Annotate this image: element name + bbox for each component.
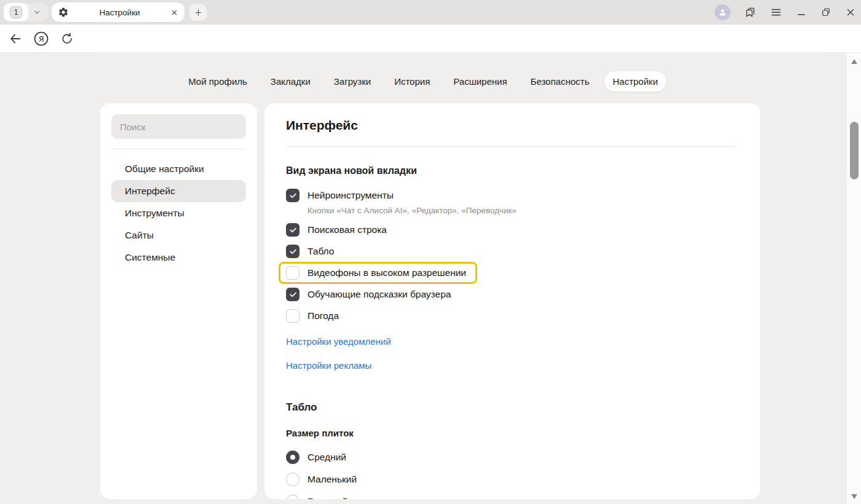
nav-tab-downloads[interactable]: Загрузки	[326, 71, 379, 92]
checkbox-checked-icon[interactable]	[286, 288, 300, 301]
checkbox-row-weather[interactable]: Погода	[286, 309, 736, 323]
radio-row-large[interactable]: Большой	[286, 495, 736, 499]
nav-tab-profile[interactable]: Мой профиль	[180, 71, 255, 92]
browser-tab-settings[interactable]: Настройки	[52, 2, 184, 22]
gear-icon	[58, 7, 69, 18]
new-tab-button[interactable]	[189, 4, 207, 21]
radio-label: Маленький	[308, 474, 357, 485]
checkbox-label: Нейроинструменты	[308, 190, 394, 201]
checkbox-label: Табло	[308, 246, 334, 257]
settings-main-panel: Интерфейс Вид экрана новой вкладки Нейро…	[264, 103, 760, 499]
yandex-logo-icon[interactable]: Я	[33, 31, 49, 47]
title-divider	[286, 146, 736, 147]
checkbox-checked-icon[interactable]	[286, 245, 300, 258]
tab-close-icon[interactable]	[170, 9, 178, 17]
radio-unselected-icon[interactable]	[286, 473, 300, 486]
checkbox-row-tableau[interactable]: Табло	[286, 245, 736, 258]
radio-list: Средний Маленький Большой	[286, 451, 736, 499]
radio-label: Средний	[308, 452, 346, 463]
sidebar-list: Общие настройки Интерфейс Инструменты Са…	[100, 158, 257, 269]
reload-icon[interactable]	[60, 32, 74, 45]
nav-tab-extensions[interactable]: Расширения	[445, 71, 515, 92]
sidebar-divider	[111, 149, 246, 149]
tab-counter-group: 1	[4, 3, 48, 22]
close-window-icon[interactable]	[845, 7, 856, 18]
tab-count: 1	[10, 6, 22, 18]
scroll-down-icon[interactable]	[847, 490, 861, 503]
checkbox-unchecked-icon[interactable]	[286, 309, 300, 323]
back-icon[interactable]	[9, 32, 22, 45]
tab-list-chevron-down-icon[interactable]	[28, 4, 46, 21]
tab-counter-button[interactable]: 1	[4, 3, 28, 22]
section-heading-tableau: Табло	[286, 401, 736, 414]
checkbox-label: Обучающие подсказки браузера	[308, 289, 451, 300]
page-title: Интерфейс	[286, 118, 736, 133]
radio-selected-icon[interactable]	[286, 451, 300, 464]
checkbox-label: Погода	[308, 310, 339, 321]
settings-nav: Мой профиль Закладки Загрузки История Ра…	[0, 71, 846, 92]
checkbox-row-neurotools[interactable]: Нейроинструменты	[286, 189, 736, 202]
minimize-icon[interactable]	[796, 7, 807, 18]
checkbox-unchecked-icon[interactable]	[286, 266, 300, 280]
section-heading-newtab: Вид экрана новой вкладки	[286, 165, 736, 176]
svg-text:Я: Я	[39, 34, 44, 43]
sidebar-item-interface[interactable]: Интерфейс	[111, 180, 246, 202]
nav-tab-history[interactable]: История	[386, 71, 438, 92]
settings-sidebar: Общие настройки Интерфейс Инструменты Са…	[100, 103, 257, 499]
sidebar-item-sites[interactable]: Сайты	[111, 224, 246, 246]
sidebar-item-tools[interactable]: Инструменты	[111, 202, 246, 224]
browser-window: 1 Настройки	[0, 0, 861, 504]
tab-bar: 1 Настройки	[0, 0, 861, 25]
subsection-heading-tile-size: Размер плиток	[286, 428, 736, 438]
window-controls	[715, 0, 856, 25]
settings-page: Мой профиль Закладки Загрузки История Ра…	[0, 53, 861, 504]
nav-tab-security[interactable]: Безопасность	[523, 71, 598, 92]
checkbox-checked-icon[interactable]	[286, 189, 300, 202]
radio-row-medium[interactable]: Средний	[286, 451, 736, 464]
checkbox-row-hints[interactable]: Обучающие подсказки браузера	[286, 288, 736, 301]
menu-icon[interactable]	[770, 6, 782, 18]
collections-bookmarks-icon[interactable]	[744, 6, 756, 18]
radio-label: Большой	[308, 496, 347, 499]
checkbox-row-videobackgrounds[interactable]: Видеофоны в высоком разрешении	[286, 266, 466, 280]
search-input[interactable]	[111, 114, 246, 139]
toolbar: Я settings Настройки	[0, 25, 861, 53]
nav-tab-bookmarks[interactable]: Закладки	[263, 71, 319, 92]
restore-window-icon[interactable]	[820, 7, 831, 18]
link-ads-settings[interactable]: Настройки рекламы	[286, 360, 371, 371]
checkbox-list: Нейроинструменты Кнопки «Чат с Алисой AI…	[286, 189, 736, 323]
sidebar-item-general[interactable]: Общие настройки	[111, 158, 246, 180]
scrollbar-thumb[interactable]	[850, 122, 859, 179]
checkbox-label: Видеофоны в высоком разрешении	[308, 267, 466, 278]
link-notification-settings[interactable]: Настройки уведомлений	[286, 336, 391, 347]
scroll-up-icon[interactable]	[847, 55, 861, 68]
tab-title: Настройки	[69, 8, 170, 17]
checkbox-label: Поисковая строка	[308, 224, 387, 235]
checkbox-subtitle: Кнопки «Чат с Алисой AI», «Редактор», «П…	[308, 206, 736, 215]
radio-unselected-icon[interactable]	[286, 495, 300, 499]
highlight-box: Видеофоны в высоком разрешении	[279, 262, 477, 284]
radio-row-small[interactable]: Маленький	[286, 473, 736, 486]
nav-tab-settings[interactable]: Настройки	[605, 71, 666, 92]
checkbox-checked-icon[interactable]	[286, 223, 300, 237]
checkbox-row-searchbar[interactable]: Поисковая строка	[286, 223, 736, 237]
page-scrollbar[interactable]	[846, 53, 861, 504]
sidebar-item-system[interactable]: Системные	[111, 246, 246, 269]
profile-avatar[interactable]	[715, 4, 731, 20]
